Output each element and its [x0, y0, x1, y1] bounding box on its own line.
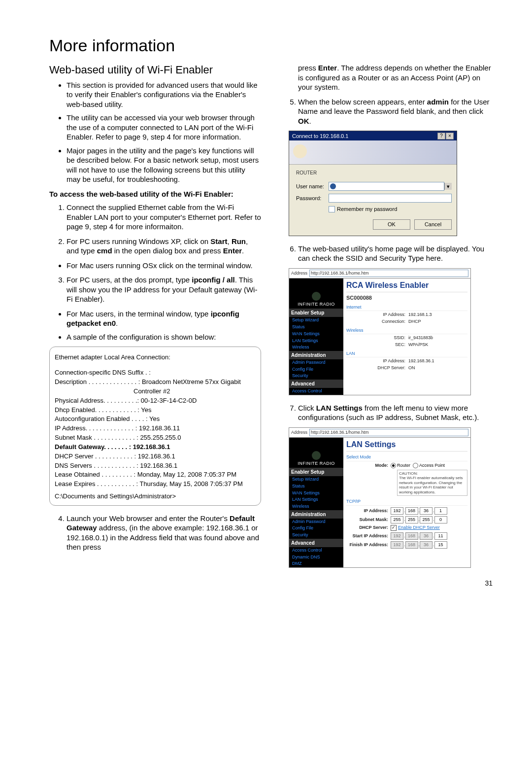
username-label: User name:: [296, 183, 329, 190]
page-title: More information: [49, 35, 493, 56]
lan-settings-screenshot: Address http://192.168.36.1/home.htm INF…: [289, 427, 471, 568]
nav-wan-settings[interactable]: WAN Settings: [289, 331, 343, 338]
nav-dynamic-dns[interactable]: Dynamic DNS: [289, 554, 343, 561]
intro-bullet: Major pages in the utility and the page'…: [66, 146, 261, 184]
steps-list: Connect the supplied Ethernet cable from…: [49, 203, 261, 232]
nav-admin-password[interactable]: Admin Password: [289, 519, 343, 525]
nav-dmz[interactable]: DMZ: [289, 560, 343, 567]
cancel-button[interactable]: Cancel: [414, 219, 452, 229]
nav-access-control[interactable]: Access Control: [289, 547, 343, 554]
help-icon: ?: [437, 133, 445, 139]
nav-status[interactable]: Status: [289, 483, 343, 490]
section-heading: Web-based utility of Wi-Fi Enabler: [49, 63, 261, 77]
logo: INFINITE RADIO: [289, 279, 343, 309]
intro-bullet: The utility can be accessed via your web…: [66, 113, 261, 142]
access-subheading: To access the web-based utility of the W…: [49, 189, 261, 199]
nav-security[interactable]: Security: [289, 532, 343, 539]
username-dropdown[interactable]: ▾: [444, 183, 452, 190]
nav-setup-wizard[interactable]: Setup Wizard: [289, 476, 343, 483]
step-3: For PC users, at the dos prompt, type ip…: [66, 275, 261, 304]
keys-icon: [293, 144, 307, 158]
mode-router-radio[interactable]: [391, 463, 396, 468]
step-7: Click LAN Settings from the left menu to…: [298, 403, 493, 422]
enable-dhcp-link[interactable]: Enable DHCP Server: [398, 525, 440, 531]
address-bar[interactable]: http://192.168.36.1/home.htm: [309, 270, 468, 278]
page-number: 31: [49, 579, 493, 588]
intro-bullet-list: This section is provided for advanced us…: [49, 80, 261, 184]
step-5: When the below screen appears, enter adm…: [298, 97, 493, 126]
step-2: For PC users running Windows XP, click o…: [66, 237, 261, 256]
auth-title: Connect to 192.168.0.1: [292, 133, 348, 139]
caution-box: CAUTION: The Wi-Fi enabler automatically…: [397, 470, 467, 496]
nav-lan-settings[interactable]: LAN Settings: [289, 496, 343, 503]
nav-access-control[interactable]: Access Control: [289, 388, 343, 395]
username-input[interactable]: [329, 182, 444, 191]
close-icon: ×: [446, 133, 454, 139]
nav-admin-password[interactable]: Admin Password: [289, 359, 343, 366]
auth-dialog-screenshot: Connect to 192.168.0.1 ?× ROUTER User na…: [289, 131, 457, 236]
nav-wireless[interactable]: Wireless: [289, 344, 343, 351]
dhcp-checkbox[interactable]: ✓: [391, 525, 397, 531]
nav-wan-settings[interactable]: WAN Settings: [289, 490, 343, 497]
ip-octet[interactable]: 192: [391, 507, 403, 515]
logo: INFINITE RADIO: [289, 438, 343, 468]
lan-title: LAN Settings: [346, 440, 467, 452]
nav-config-file[interactable]: Config File: [289, 525, 343, 532]
nav-security[interactable]: Security: [289, 373, 343, 380]
user-icon: [330, 183, 336, 189]
mode-ap-radio[interactable]: [413, 463, 418, 468]
password-input[interactable]: [329, 194, 452, 203]
step-4: Launch your Web browser and enter the Ro…: [66, 514, 261, 552]
nav-lan-settings[interactable]: LAN Settings: [289, 338, 343, 345]
model-number: SC000088: [346, 294, 467, 301]
nav-wireless[interactable]: Wireless: [289, 503, 343, 510]
nav-status[interactable]: Status: [289, 324, 343, 331]
remember-checkbox[interactable]: [329, 206, 335, 212]
realm-label: ROUTER: [296, 170, 452, 176]
step-1: Connect the supplied Ethernet cable from…: [66, 203, 261, 232]
step-3-sub2: A sample of the configuration is shown b…: [66, 332, 261, 342]
nav-config-file[interactable]: Config File: [289, 366, 343, 373]
nav-setup-wizard[interactable]: Setup Wizard: [289, 317, 343, 324]
router-title: RCA Wireless Enabler: [346, 280, 467, 292]
address-bar[interactable]: http://192.168.36.1/home.htm: [309, 429, 468, 437]
step-3-sub1: For Mac users, in the terminal window, t…: [66, 309, 261, 328]
remember-label: Remember my password: [337, 206, 397, 212]
intro-bullet: This section is provided for advanced us…: [66, 80, 261, 109]
step-6: The web-based utility's home page will b…: [298, 244, 493, 263]
ipconfig-sample: Ethernet adapter Local Area Connection: …: [49, 347, 261, 506]
password-label: Password:: [296, 195, 329, 202]
ok-button[interactable]: OK: [373, 219, 410, 229]
step-4-cont: press Enter. The address depends on whet…: [281, 63, 493, 92]
step-2-sub: For Mac users running OSx click on the t…: [66, 261, 261, 271]
home-page-screenshot: Address http://192.168.36.1/home.htm INF…: [289, 268, 471, 395]
